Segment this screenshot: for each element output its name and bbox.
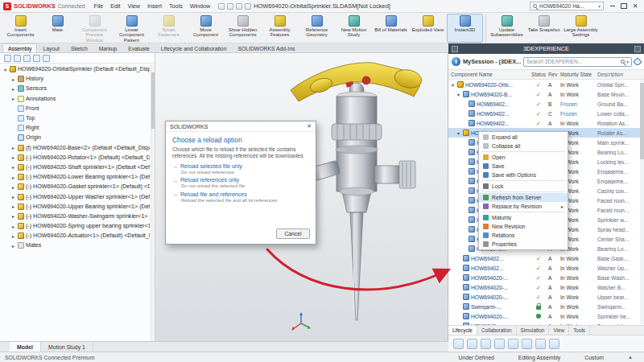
column-header-maturity-state[interactable]: Maturity State — [560, 72, 597, 77]
new-document-icon[interactable] — [227, 3, 233, 10]
menu-item-maturity[interactable]: Maturity — [479, 213, 568, 222]
menu-item-collapse-all[interactable]: Collapse all — [479, 142, 568, 150]
tree-item[interactable]: Right — [0, 123, 150, 133]
tab-sketch[interactable]: Sketch — [65, 43, 93, 52]
reload-option-reload-references-only[interactable]: →Reload references onlyDo not reload the… — [172, 177, 309, 188]
tab-lifecycle-and-collaboration[interactable]: Lifecycle and Collaboration — [155, 43, 233, 52]
component-row[interactable]: HOW6940...✓AIn WorkTop cap lab... — [448, 321, 644, 325]
search-3dexperience-input[interactable]: Search 3DEXPERIEN... ▾ — [523, 57, 632, 67]
component-row[interactable]: HOW69402...✓AIn WorkRotation As... — [448, 118, 644, 128]
component-row[interactable]: HOW69402...✓AIn WorkBase Gask... — [448, 253, 644, 263]
configuration-manager-icon[interactable] — [23, 55, 31, 62]
component-row[interactable]: HOW694020-...AIn WorkSprinkler he... — [448, 311, 644, 321]
menu-window[interactable]: Window — [187, 2, 214, 10]
tree-item[interactable]: ▸(-) HOW694020-Rotator<1> (Default) <Def… — [0, 153, 150, 162]
close-icon[interactable]: ✕ — [307, 123, 312, 130]
feature-tree-scrollbar[interactable] — [151, 64, 155, 341]
compass-icon[interactable] — [452, 57, 460, 66]
ribbon-button-exploded-view[interactable]: Exploded View — [410, 14, 446, 43]
list-view-icon[interactable] — [508, 339, 518, 349]
menu-item-properties[interactable]: Properties — [479, 240, 568, 249]
ribbon-button-assembly-features[interactable]: Assembly Features — [262, 14, 298, 43]
tree-item[interactable]: ▸(-) HOW694020-Lower Bearing sprinkler<1… — [0, 172, 150, 182]
structure-browser-icon[interactable] — [481, 339, 491, 349]
ribbon-button-smart-fasteners[interactable]: Smart Fasteners — [151, 14, 187, 43]
tab-layout[interactable]: Layout — [37, 43, 64, 52]
tab-assembly[interactable]: Assembly — [2, 43, 37, 52]
component-row[interactable]: ▾HOW694020-Orbi...✓AIn WorkOrbital Spri.… — [448, 80, 644, 89]
ribbon-button-mate[interactable]: Mate — [39, 14, 76, 43]
tree-item[interactable]: Origin — [0, 133, 150, 142]
menu-item-new-revision[interactable]: New Revision — [479, 222, 568, 231]
panel-options-icon[interactable] — [634, 46, 641, 52]
menu-view[interactable]: View — [125, 2, 143, 10]
component-row[interactable]: HOW69402...✓AIn WorkWasher Up... — [448, 263, 644, 273]
component-row[interactable]: Swingarm-...AIn WorkSwingarm... — [448, 302, 644, 311]
scrollbar-thumb[interactable] — [640, 83, 644, 159]
tree-item[interactable]: ▸(-) HOW694020-Gasket sprinkler<1> (Defa… — [0, 182, 150, 191]
component-row[interactable]: HOW694020-...✓AIn WorkWasher B... — [448, 282, 644, 292]
model-tab-motion-study-1[interactable]: Motion Study 1 — [41, 342, 93, 352]
scrollbar-thumb[interactable] — [151, 72, 155, 129]
panel-menu-icon[interactable] — [452, 46, 458, 52]
dimxpert-manager-icon[interactable] — [33, 55, 40, 62]
undo-icon[interactable] — [245, 3, 251, 10]
component-row[interactable]: HOW694020-...✓AIn WorkUpper bear... — [448, 292, 644, 302]
component-row[interactable]: HOW69402...✓CFrozenLower colla... — [448, 109, 644, 118]
ribbon-button-move-component[interactable]: Move Component — [188, 14, 224, 43]
ribbon-button-new-motion-study[interactable]: New Motion Study — [336, 14, 372, 43]
reload-option-reload-file-and-references[interactable]: →Reload file and referencesReload the se… — [172, 191, 309, 203]
filter-icon[interactable] — [494, 339, 505, 349]
panel-tab-simulation[interactable]: Simulation — [517, 326, 550, 335]
maximize-button[interactable] — [618, 2, 630, 11]
ribbon-button-linear-component-pattern[interactable]: Linear Component Pattern — [114, 14, 150, 43]
tree-item[interactable]: ▸(-) HOW694020-Upper Bearing sprinkler<1… — [0, 202, 150, 212]
menu-item-save-with-options[interactable]: Save with Options — [479, 171, 568, 179]
open-icon[interactable] — [236, 3, 242, 10]
ribbon-button-reference-geometry[interactable]: Reference Geometry — [299, 14, 335, 43]
ribbon-button-update-subassemblies[interactable]: Update Subassemblies — [489, 14, 525, 43]
menu-edit[interactable]: Edit — [107, 2, 123, 10]
cancel-button[interactable]: Cancel — [276, 228, 310, 239]
component-row[interactable]: HOW69402...✓BFrozenGround Ba... — [448, 99, 644, 109]
close-button[interactable]: ✕ — [630, 2, 641, 11]
add-content-icon[interactable] — [453, 339, 464, 349]
column-header-status[interactable]: Status — [529, 72, 548, 77]
panel-tab-tools[interactable]: Tools — [569, 326, 590, 335]
tree-item[interactable]: ▸(-) HOW694020-Shaft sprinkler<1> (Defau… — [0, 162, 150, 172]
ribbon-button-large-assembly-settings[interactable]: Large Assembly Settings — [563, 14, 599, 43]
menu-item-refresh-from-server[interactable]: Refresh from Server — [479, 193, 568, 202]
menu-item-relations[interactable]: Relations — [479, 231, 568, 240]
ribbon-button-bill-of-materials[interactable]: Bill of Materials — [373, 14, 409, 43]
tree-item[interactable]: ▸(-) HOW694020-Washer-Swingarm sprinkler… — [0, 212, 150, 221]
minimize-button[interactable] — [607, 2, 618, 11]
tree-item[interactable]: ▸Sensors — [0, 84, 150, 93]
column-header-component-name[interactable]: Component Name — [448, 72, 529, 77]
tab-solidworks-add-ins[interactable]: SOLIDWORKS Add-Ins — [232, 43, 300, 52]
menu-item-open[interactable]: Open — [479, 153, 568, 162]
tree-item[interactable]: ▸(-) HOW694020-Actuator<1> (Default) <De… — [0, 231, 150, 241]
tree-item[interactable]: ▸(-) HOW694020-Upper Washer sprinkler<1>… — [0, 191, 150, 201]
tab-evaluate[interactable]: Evaluate — [122, 43, 155, 52]
ribbon-button-take-snapshot[interactable]: Take Snapshot — [526, 14, 562, 43]
tree-item[interactable]: ▸History — [0, 74, 150, 84]
menu-item-expand-all[interactable]: Expand all — [479, 133, 568, 142]
open-folder-icon[interactable] — [467, 339, 477, 349]
expand-panel-icon[interactable] — [549, 339, 559, 349]
menu-item-save[interactable]: Save — [479, 162, 568, 171]
menu-insert[interactable]: Insert — [144, 2, 165, 10]
tree-item-root[interactable]: ▾HOW694020-OrbitalSprinkler (Default <De… — [0, 64, 150, 74]
tree-item[interactable]: ▸(-) HOW694020-Spring upper bearing spri… — [0, 221, 150, 231]
column-header-description[interactable]: Description — [597, 72, 644, 77]
menu-item-lock[interactable]: Lock — [479, 182, 568, 191]
panel-tab-collaboration[interactable]: Collaboration — [477, 326, 517, 335]
feature-manager-icon[interactable] — [4, 55, 11, 62]
star-icon[interactable] — [218, 3, 225, 10]
tag-icon[interactable] — [633, 57, 642, 66]
component-row[interactable]: ▾HOW694020-B...✓AIn WorkBase Moun... — [448, 89, 644, 99]
tab-markup[interactable]: Markup — [93, 43, 123, 52]
tree-item[interactable]: ▸Mates — [0, 241, 150, 250]
panel-tab-view[interactable]: View — [549, 326, 569, 335]
search-input[interactable]: HOW694020 Ha... ▾ — [530, 2, 604, 10]
graphics-viewport[interactable]: SOLIDWORKS ✕ Choose a reload option Choo… — [155, 53, 448, 341]
